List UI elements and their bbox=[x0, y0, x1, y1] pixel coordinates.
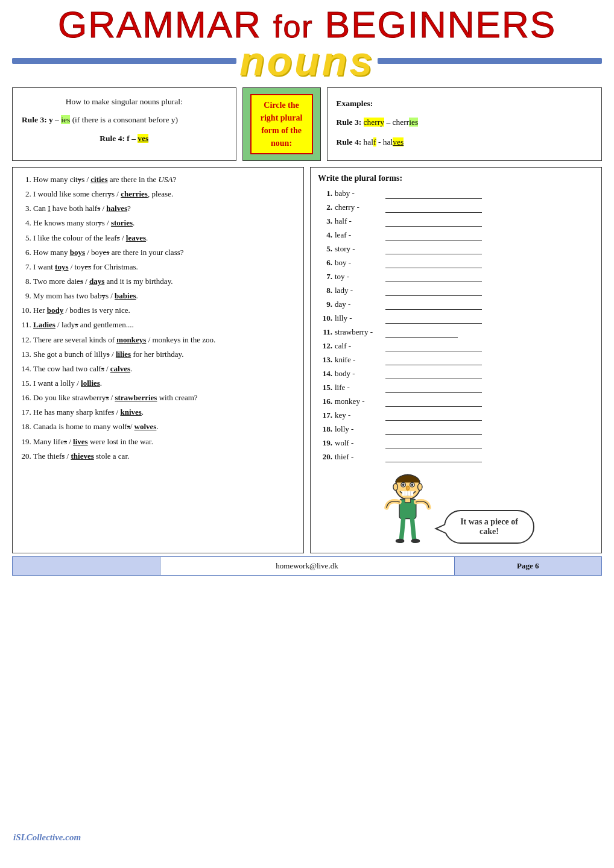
plural-input[interactable] bbox=[385, 382, 482, 393]
list-item: There are several kinds of monkeys / mon… bbox=[33, 334, 296, 346]
item-word: body - bbox=[335, 369, 383, 379]
sentences-list: How many citys / cities are there in the… bbox=[20, 174, 296, 462]
plural-input[interactable] bbox=[385, 285, 482, 296]
examples-title: Examples: bbox=[337, 95, 592, 112]
plural-input[interactable] bbox=[385, 341, 482, 351]
item-num: 10. bbox=[318, 313, 332, 323]
list-item: 9.day - bbox=[318, 299, 594, 310]
item-num: 6. bbox=[318, 258, 332, 268]
item-word: strawberry - bbox=[335, 327, 383, 337]
example-rule3: Rule 3: cherry – cherries bbox=[337, 114, 592, 130]
plural-input[interactable] bbox=[385, 354, 482, 365]
list-item: Do you like strawberrys / strawberries w… bbox=[33, 392, 296, 404]
plural-input[interactable] bbox=[385, 257, 482, 268]
list-item: 19.wolf - bbox=[318, 438, 594, 448]
dash2: - hal bbox=[376, 137, 393, 146]
list-item: 12.calf - bbox=[318, 341, 594, 351]
list-item: Her body / bodies is very nice. bbox=[33, 304, 296, 316]
list-item: 1.baby - bbox=[318, 188, 594, 199]
item-word: boy - bbox=[335, 258, 383, 268]
example-rule3-label: Rule 3: bbox=[337, 118, 364, 127]
list-item: I would like some cherrys / cherries, pl… bbox=[33, 188, 296, 200]
list-item: 6.boy - bbox=[318, 257, 594, 268]
speech-text: It was a piece of cake! bbox=[460, 517, 518, 536]
list-item: 17.key - bbox=[318, 410, 594, 421]
plural-input[interactable] bbox=[385, 202, 482, 213]
svg-point-11 bbox=[418, 483, 422, 490]
plural-input[interactable] bbox=[385, 188, 482, 199]
halves-ending: ves bbox=[393, 137, 404, 146]
cherry-word: cherry bbox=[364, 118, 384, 127]
item-num: 13. bbox=[318, 355, 332, 365]
item-num: 9. bbox=[318, 300, 332, 309]
list-item: He knows many storys / stories. bbox=[33, 217, 296, 229]
item-word: knife - bbox=[335, 355, 383, 365]
plural-forms-title: Write the plural forms: bbox=[318, 174, 594, 183]
item-word: leaf - bbox=[335, 230, 383, 240]
list-item: He has many sharp knifes / knives. bbox=[33, 406, 296, 418]
list-item: 18.lolly - bbox=[318, 424, 594, 435]
item-num: 12. bbox=[318, 341, 332, 351]
list-item: I like the colour of the leafs / leaves. bbox=[33, 232, 296, 244]
item-word: day - bbox=[335, 300, 383, 309]
plural-input[interactable] bbox=[385, 451, 482, 462]
item-num: 20. bbox=[318, 452, 332, 462]
page-header: GRAMMAR for BEGINNERS nouns bbox=[0, 0, 614, 81]
list-item: Can I have both halfs / halves? bbox=[33, 203, 296, 215]
cartoon-area: It was a piece of cake! bbox=[318, 468, 594, 547]
list-item: She got a bunch of lillys / lilies for h… bbox=[33, 348, 296, 360]
list-item: My mom has two babys / babies. bbox=[33, 290, 296, 302]
list-item: 20.thief - bbox=[318, 451, 594, 462]
item-num: 2. bbox=[318, 203, 332, 212]
item-num: 16. bbox=[318, 397, 332, 406]
list-item: 4.leaf - bbox=[318, 230, 594, 241]
item-word: lolly - bbox=[335, 424, 383, 434]
plural-input[interactable] bbox=[385, 410, 482, 421]
rule3-text: Rule 3: y – ies (if there is a consonant… bbox=[22, 113, 227, 127]
plural-input[interactable] bbox=[385, 216, 482, 227]
plural-input[interactable] bbox=[385, 327, 458, 338]
item-word: wolf - bbox=[335, 438, 383, 448]
example-rule4: Rule 4: half - halves bbox=[337, 134, 592, 150]
plural-input[interactable] bbox=[385, 244, 482, 254]
svg-rect-13 bbox=[405, 498, 410, 502]
plural-input[interactable] bbox=[385, 313, 482, 324]
item-num: 11. bbox=[318, 327, 332, 337]
list-item: 7.toy - bbox=[318, 271, 594, 282]
plural-input[interactable] bbox=[385, 368, 482, 379]
main-content: How many citys / cities are there in the… bbox=[12, 167, 602, 553]
nouns-row: nouns bbox=[12, 40, 602, 81]
page-footer: homework@live.dk Page 6 bbox=[12, 556, 602, 576]
svg-point-15 bbox=[411, 539, 420, 543]
dash1: – cherr bbox=[384, 118, 409, 127]
plural-input[interactable] bbox=[385, 424, 482, 435]
item-num: 3. bbox=[318, 216, 332, 226]
list-item: Many lifes / lives were lost in the war. bbox=[33, 436, 296, 448]
plural-input[interactable] bbox=[385, 271, 482, 282]
plural-input[interactable] bbox=[385, 438, 482, 448]
svg-point-10 bbox=[393, 483, 397, 490]
list-item: How many boys / boyes are there in your … bbox=[33, 247, 296, 259]
plural-input[interactable] bbox=[385, 299, 482, 310]
item-num: 15. bbox=[318, 383, 332, 392]
plural-input[interactable] bbox=[385, 396, 482, 407]
item-num: 14. bbox=[318, 369, 332, 379]
plural-input[interactable] bbox=[385, 230, 482, 241]
list-item: 2.cherry - bbox=[318, 202, 594, 213]
nouns-title: nouns bbox=[239, 40, 375, 81]
svg-point-3 bbox=[402, 483, 405, 486]
item-word: cherry - bbox=[335, 203, 383, 212]
list-item: Ladies / ladys and gentlemen.... bbox=[33, 319, 296, 331]
item-word: lady - bbox=[335, 286, 383, 295]
item-num: 18. bbox=[318, 424, 332, 434]
item-word: baby - bbox=[335, 189, 383, 198]
list-item: 10.lilly - bbox=[318, 313, 594, 324]
rule3-label: Rule 3: y – bbox=[22, 115, 61, 124]
rule4-label: Rule 4: f – bbox=[100, 134, 138, 143]
plural-forms-panel: Write the plural forms: 1.baby - 2.cherr… bbox=[310, 167, 602, 553]
circle-instruction-text: Circle the right plural form of the noun… bbox=[250, 94, 313, 154]
blue-bar-left bbox=[12, 58, 236, 64]
list-item: 8.lady - bbox=[318, 285, 594, 296]
item-word: half - bbox=[335, 216, 383, 226]
item-word: story - bbox=[335, 244, 383, 254]
